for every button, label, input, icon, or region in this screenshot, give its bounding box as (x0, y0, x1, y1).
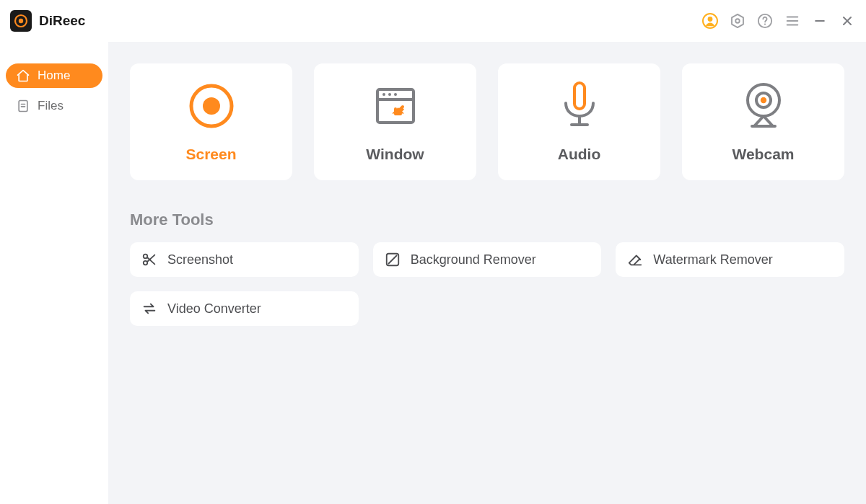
titlebar: DiReec (0, 0, 866, 42)
tool-label: Background Remover (411, 252, 536, 268)
eraser-icon (627, 252, 643, 268)
svg-point-29 (760, 97, 766, 103)
sidebar: Home Files (0, 42, 108, 504)
svg-point-23 (394, 93, 397, 96)
tool-label: Screenshot (167, 252, 233, 268)
svg-marker-4 (732, 14, 743, 27)
svg-point-1 (19, 19, 23, 23)
tool-video-converter[interactable]: Video Converter (130, 291, 359, 326)
tool-label: Watermark Remover (653, 252, 772, 268)
more-tools-grid: Screenshot Background Remover Watermark … (130, 242, 844, 277)
app-name: DiReec (39, 13, 85, 29)
svg-rect-24 (574, 83, 585, 109)
card-label: Screen (185, 146, 236, 163)
recorder-card-window[interactable]: Window (314, 63, 476, 180)
svg-point-22 (388, 93, 391, 96)
svg-point-5 (735, 19, 740, 23)
minimize-icon (813, 14, 827, 28)
sidebar-item-label: Home (38, 68, 70, 83)
main-content: Screen Window (108, 42, 866, 504)
tool-watermark-remover[interactable]: Watermark Remover (616, 242, 844, 277)
svg-point-18 (203, 97, 220, 115)
card-label: Webcam (732, 146, 795, 163)
card-label: Audio (558, 146, 600, 163)
recorder-card-screen[interactable]: Screen (130, 63, 292, 180)
swap-icon (141, 301, 157, 317)
menu-icon (784, 13, 800, 29)
sidebar-item-files[interactable]: Files (6, 94, 102, 118)
svg-point-7 (764, 23, 766, 25)
app-logo (10, 10, 32, 32)
sidebar-item-label: Files (38, 99, 64, 113)
background-remove-icon (385, 252, 401, 268)
record-icon (14, 14, 28, 28)
webcam-icon (738, 81, 789, 131)
help-button[interactable] (756, 12, 774, 30)
recorder-cards: Screen Window (130, 63, 844, 180)
svg-point-21 (382, 93, 385, 96)
help-icon (757, 13, 773, 29)
recorder-card-audio[interactable]: Audio (498, 63, 660, 180)
tool-label: Video Converter (167, 301, 261, 317)
titlebar-actions (701, 12, 856, 30)
close-button[interactable] (839, 12, 856, 30)
user-icon (701, 12, 719, 30)
file-icon (16, 99, 30, 113)
card-label: Window (366, 146, 424, 163)
tool-background-remover[interactable]: Background Remover (373, 242, 602, 277)
svg-line-36 (388, 256, 396, 264)
minimize-button[interactable] (811, 12, 828, 30)
account-button[interactable] (701, 12, 719, 30)
more-tools-title: More Tools (130, 211, 844, 229)
sidebar-item-home[interactable]: Home (6, 63, 102, 88)
svg-point-3 (708, 17, 713, 22)
scissors-icon (141, 252, 157, 268)
home-icon (16, 68, 30, 83)
recorder-card-webcam[interactable]: Webcam (682, 63, 844, 180)
close-icon (840, 14, 854, 28)
window-icon (370, 81, 421, 131)
menu-button[interactable] (784, 12, 801, 30)
settings-button[interactable] (729, 12, 746, 30)
microphone-icon (554, 81, 605, 131)
screen-record-icon (186, 81, 237, 131)
gear-icon (730, 13, 745, 29)
tool-screenshot[interactable]: Screenshot (130, 242, 359, 277)
